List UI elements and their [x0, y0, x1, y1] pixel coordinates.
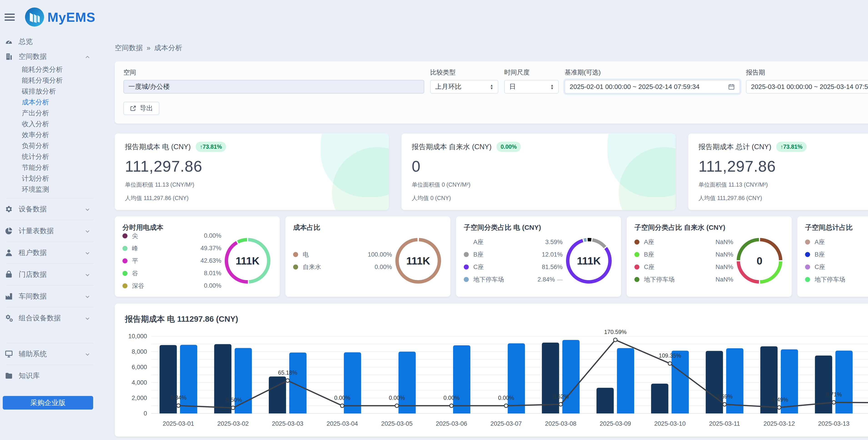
comparison-select[interactable]: 上月环比 ▲▼ — [430, 80, 498, 94]
x-axis-label: 2025-03-06 — [436, 420, 467, 427]
base-period-bar — [651, 383, 668, 413]
base-period-bar — [596, 388, 614, 413]
sidebar-item-效率分析[interactable]: 效率分析 — [0, 129, 95, 140]
reporting-period-bar — [617, 348, 634, 413]
sidebar-item-能耗分项分析[interactable]: 能耗分项分析 — [0, 75, 95, 86]
sidebar-item-overview[interactable]: 总览 — [0, 34, 95, 49]
legend-item: A座3.59% — [464, 238, 563, 246]
sidebar-group-车间数据[interactable]: 车间数据 — [0, 289, 95, 304]
building-icon — [4, 52, 13, 61]
sidebar-group-计量表数据[interactable]: 计量表数据 — [0, 224, 95, 238]
legend-value: 3.59% — [545, 239, 563, 246]
donut-center-value: 111K — [223, 236, 272, 285]
sidebar-item-收入分析[interactable]: 收入分析 — [0, 119, 95, 129]
reporting-period-bar — [507, 343, 525, 413]
line-point-label: 65.18% — [278, 369, 297, 376]
sidebar-item-节能分析[interactable]: 节能分析 — [0, 162, 95, 173]
sidebar-group-空间数据[interactable]: 空间数据 — [0, 49, 95, 64]
nav-divider — [7, 242, 94, 242]
sidebar-item-碳排放分析[interactable]: 碳排放分析 — [0, 86, 95, 97]
chevron-down-icon — [85, 293, 90, 299]
legend-item: B座12.01% — [805, 250, 868, 259]
export-icon — [130, 105, 136, 112]
space-input[interactable] — [123, 80, 424, 94]
export-button[interactable]: 导出 — [123, 102, 159, 115]
kpi-change-badge: 0.00% — [496, 142, 521, 152]
donut-card: 子空间总计占比A座3.59%B座12.01%C座81.56%地下停车场2.84%… — [797, 216, 868, 297]
sidebar-group-label: 门店数据 — [19, 270, 47, 279]
line-point-label: 170.59% — [604, 330, 627, 335]
kpi-cards-row: 报告期成本 电 (CNY)↑73.81%111,297.86单位面积值 11.1… — [115, 134, 868, 210]
legend-label: 地下停车场 — [473, 275, 504, 283]
legend-value: NaN% — [716, 239, 733, 246]
breadcrumb-page: 成本分析 — [154, 43, 182, 53]
sidebar-group-租户数据[interactable]: 租户数据 — [0, 245, 95, 260]
sidebar-item-环境监测[interactable]: 环境监测 — [0, 184, 95, 195]
legend-value: 2.84% — [537, 276, 555, 283]
sidebar-group-门店数据[interactable]: 门店数据 — [0, 267, 95, 282]
legend-dot-icon — [122, 283, 127, 288]
legend-dot-icon — [805, 252, 810, 257]
sidebar-group-设备数据[interactable]: 设备数据 — [0, 202, 95, 216]
line-point — [450, 404, 453, 408]
legend-label: 谷 — [132, 269, 138, 277]
line-point-label: 0.00% — [389, 395, 405, 401]
sidebar-item-产出分析[interactable]: 产出分析 — [0, 108, 95, 119]
sidebar-group-label: 计量表数据 — [19, 226, 54, 236]
breadcrumb-separator: » — [147, 44, 150, 52]
base-period-bar — [159, 345, 177, 413]
base-period-bar — [706, 351, 723, 413]
filter-panel: 空间 比较类型 上月环比 ▲▼ 时间尺度 日 ▲▼ 基准期(可选) — [115, 61, 868, 124]
breadcrumb-section[interactable]: 空间数据 — [115, 43, 143, 53]
period-type-select[interactable]: 日 ▲▼ — [504, 80, 559, 94]
donut-legend: 尖0.00%峰49.37%平42.63%谷8.01%深谷0.00% — [122, 232, 221, 290]
select-carets-icon: ▲▼ — [550, 84, 554, 90]
legend-dot-icon — [293, 265, 298, 270]
period-type-value: 日 — [509, 82, 516, 91]
nav-divider — [7, 263, 94, 264]
sidebar-group-组合设备数据[interactable]: 组合设备数据 — [0, 311, 95, 326]
legend-dot-icon — [634, 277, 640, 282]
legend-label: C座 — [815, 263, 825, 271]
reporting-period-bar — [781, 349, 798, 413]
legend-label: A座 — [644, 238, 654, 246]
kpi-card: 报告期成本 自来水 (CNY)0.00%0单位面积值 0 (CNY/M²)人均值… — [402, 134, 676, 210]
legend-dot-icon — [464, 239, 469, 244]
legend-dot-icon — [122, 246, 127, 251]
sidebar-item-能耗分类分析[interactable]: 能耗分类分析 — [0, 64, 95, 75]
kpi-title: 报告期成本 总计 (CNY) — [699, 142, 771, 152]
legend-dot-icon — [464, 265, 469, 270]
sidebar-item-负荷分析[interactable]: 负荷分析 — [0, 140, 95, 151]
base-period-value: 2025-02-01 00:00:00 ~ 2025-02-14 07:59:3… — [570, 83, 700, 91]
legend-label: 地下停车场 — [815, 275, 845, 283]
myems-logo-icon — [25, 7, 44, 27]
legend-item: 电100.00% — [293, 250, 392, 259]
x-axis-label: 2025-03-12 — [764, 420, 795, 427]
legend-value: 0.00% — [374, 264, 392, 271]
sidebar-item-成本分析[interactable]: 成本分析 — [0, 97, 95, 108]
donut-card: 成本占比电100.00%自来水0.00%111K — [285, 216, 451, 297]
sidebar-item-计划分析[interactable]: 计划分析 — [0, 173, 95, 184]
sidebar-group-知识库[interactable]: 知识库 — [0, 368, 95, 383]
kpi-card: 报告期成本 电 (CNY)↑73.81%111,297.86单位面积值 11.1… — [115, 134, 389, 210]
legend-item: 谷8.01% — [122, 269, 221, 277]
legend-value: 12.01% — [542, 251, 563, 258]
buy-enterprise-button[interactable]: 采购企业版 — [3, 396, 93, 410]
legend-label: C座 — [473, 263, 484, 271]
sidebar-item-统计分析[interactable]: 统计分析 — [0, 151, 95, 162]
base-period-input[interactable]: 2025-02-01 00:00:00 ~ 2025-02-14 07:59:3… — [565, 80, 740, 94]
reporting-period-bar — [344, 352, 361, 413]
line-point — [559, 402, 563, 406]
kpi-change-badge: ↑73.81% — [196, 142, 226, 152]
legend-label: B座 — [473, 250, 484, 259]
base-period-bar — [542, 342, 559, 413]
brand-logo[interactable]: MyEMS — [25, 7, 95, 27]
donut-cards-row: 分时用电成本尖0.00%峰49.37%平42.63%谷8.01%深谷0.00%1… — [115, 216, 868, 297]
hamburger-menu-button[interactable] — [4, 12, 15, 23]
legend-overflow-dash: — — [557, 276, 563, 283]
reporting-period-input[interactable]: 2025-03-01 00:00:00 ~ 2025-03-14 07:59:3… — [746, 80, 868, 94]
export-label: 导出 — [140, 104, 153, 113]
reporting-period-bar — [562, 340, 580, 413]
line-point — [723, 402, 726, 406]
sidebar-group-辅助系统[interactable]: 辅助系统 — [0, 346, 95, 362]
